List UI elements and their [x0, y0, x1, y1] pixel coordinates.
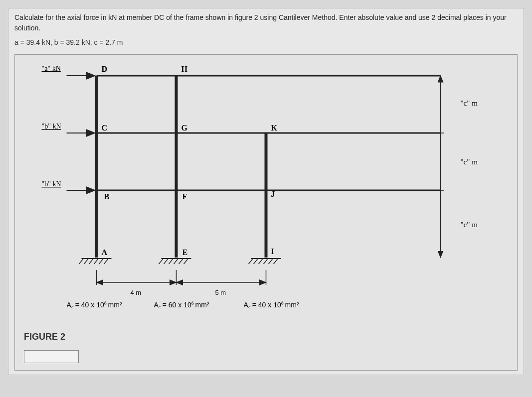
figure-panel: "a" kN "b" kN "b" kN D H C G K B F J A E…	[14, 54, 518, 371]
node-G: G	[181, 124, 188, 132]
svg-line-22	[254, 259, 258, 264]
label-height-3: "c" m	[461, 221, 478, 229]
label-load-a: "a" kN	[42, 65, 61, 72]
svg-line-10	[84, 259, 88, 264]
figure-caption: FIGURE 2	[24, 332, 508, 342]
label-span-2: 5 m	[215, 289, 226, 296]
label-area-1: A꜀ = 40 x 10⁶ mm²	[67, 301, 122, 309]
svg-line-23	[259, 259, 263, 264]
node-J: J	[271, 190, 275, 198]
node-B: B	[104, 192, 110, 201]
svg-line-16	[164, 259, 168, 264]
node-K: K	[271, 124, 278, 132]
diagram-svg: "a" kN "b" kN "b" kN D H C G K B F J A E…	[24, 61, 508, 330]
label-load-b1: "b" kN	[42, 123, 61, 130]
svg-line-18	[174, 259, 178, 264]
label-span-1: 4 m	[131, 289, 142, 296]
svg-line-24	[264, 259, 268, 264]
question-card: Calculate for the axial force in kN at m…	[8, 8, 524, 375]
frame-diagram: "a" kN "b" kN "b" kN D H C G K B F J A E…	[24, 61, 508, 330]
svg-line-17	[169, 259, 173, 264]
svg-line-13	[99, 259, 103, 264]
svg-line-11	[89, 259, 93, 264]
node-D: D	[102, 65, 108, 73]
node-H: H	[181, 65, 188, 73]
label-area-3: A꜀ = 40 x 10⁶ mm²	[244, 301, 299, 309]
svg-line-19	[179, 259, 183, 264]
svg-line-9	[79, 259, 83, 264]
node-F: F	[182, 192, 187, 201]
node-A: A	[102, 248, 108, 257]
svg-line-14	[104, 259, 108, 264]
label-height-2: "c" m	[461, 158, 478, 166]
node-C: C	[102, 124, 108, 132]
svg-line-26	[274, 259, 278, 264]
svg-line-12	[94, 259, 98, 264]
node-I: I	[271, 247, 274, 256]
parameter-values: a = 39.4 kN, b = 39.2 kN, c = 2.7 m	[14, 38, 518, 46]
question-text: Calculate for the axial force in kN at m…	[14, 12, 518, 33]
svg-line-21	[249, 259, 253, 264]
node-E: E	[182, 248, 188, 257]
label-load-b2: "b" kN	[42, 180, 61, 188]
answer-input[interactable]	[24, 350, 79, 363]
label-area-2: A꜀ = 60 x 10⁶ mm²	[154, 301, 209, 309]
svg-line-15	[159, 259, 163, 264]
label-height-1: "c" m	[461, 99, 478, 107]
svg-line-25	[269, 259, 273, 264]
svg-line-20	[184, 259, 188, 264]
